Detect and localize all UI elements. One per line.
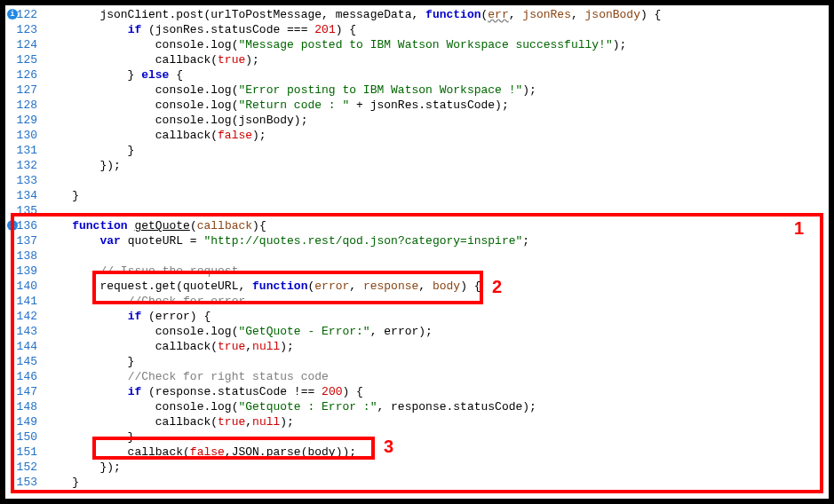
code-line[interactable]: 127 console.log("Error posting to IBM Wa… (5, 83, 829, 98)
code-content[interactable]: } (44, 143, 134, 158)
line-number: 142 (5, 309, 44, 324)
line-number: 136i (5, 218, 44, 233)
highlight-label-3: 3 (384, 437, 393, 457)
code-content[interactable]: request.get(quoteURL, function(error, re… (44, 279, 481, 294)
code-line[interactable]: 128 console.log("Return code : " + jsonR… (5, 98, 829, 113)
line-number: 133 (5, 173, 44, 188)
line-number: 141 (5, 294, 44, 309)
code-line[interactable]: 141 //Check for error (5, 294, 829, 309)
code-content[interactable]: console.log("Error posting to IBM Watson… (44, 83, 536, 98)
info-icon: i (7, 220, 18, 231)
code-line[interactable]: 124 console.log("Message posted to IBM W… (5, 37, 829, 52)
code-line[interactable]: 125 callback(true); (5, 52, 829, 67)
info-icon: i (7, 9, 18, 20)
line-number: 123 (5, 22, 44, 37)
code-content[interactable]: if (jsonRes.statusCode === 201) { (44, 22, 356, 37)
line-number: 134 (5, 188, 44, 203)
line-number: 148 (5, 399, 44, 414)
code-line[interactable]: 123 if (jsonRes.statusCode === 201) { (5, 22, 829, 37)
code-line[interactable]: 147 if (response.statusCode !== 200) { (5, 384, 829, 399)
code-content[interactable]: console.log(jsonBody); (44, 113, 307, 128)
line-number: 151 (5, 445, 44, 460)
code-line[interactable]: 130 callback(false); (5, 128, 829, 143)
code-content[interactable]: if (response.statusCode !== 200) { (44, 384, 363, 399)
line-number: 145 (5, 354, 44, 369)
code-line[interactable]: 137 var quoteURL = "http://quotes.rest/q… (5, 233, 829, 248)
line-number: 147 (5, 384, 44, 399)
line-number: 144 (5, 339, 44, 354)
code-line[interactable]: 143 console.log("GetQuote - Error:", err… (5, 324, 829, 339)
code-line[interactable]: 142 if (error) { (5, 309, 829, 324)
line-number: 143 (5, 324, 44, 339)
highlight-label-2: 2 (492, 277, 502, 297)
code-content[interactable]: }); (44, 460, 121, 475)
code-line[interactable]: 133 (5, 173, 829, 188)
code-line[interactable]: 150 } (5, 429, 829, 445)
line-number: 128 (5, 98, 44, 113)
line-number: 122i (5, 7, 44, 22)
code-content[interactable]: if (error) { (44, 309, 210, 324)
code-content[interactable]: //Check for error (44, 294, 245, 309)
code-content[interactable]: function getQuote(callback){ (44, 218, 266, 233)
code-content[interactable]: callback(true,null); (44, 339, 294, 354)
line-number: 137 (5, 233, 44, 248)
line-number: 124 (5, 37, 44, 52)
code-content[interactable]: jsonClient.post(urlToPostMessage, messag… (44, 7, 661, 22)
code-content[interactable]: var quoteURL = "http://quotes.rest/qod.j… (44, 233, 529, 248)
line-number: 132 (5, 158, 44, 173)
code-content[interactable]: callback(true); (44, 52, 259, 67)
line-number: 139 (5, 264, 44, 279)
line-number: 125 (5, 52, 44, 67)
code-content[interactable]: callback(false); (44, 128, 266, 143)
code-content[interactable]: console.log("Return code : " + jsonRes.s… (44, 98, 509, 113)
line-number: 149 (5, 414, 44, 429)
code-content[interactable]: callback(false,JSON.parse(body)); (44, 445, 356, 460)
code-line[interactable]: 146 //Check for right status code (5, 369, 829, 384)
code-content[interactable]: }); (44, 158, 121, 173)
code-content[interactable]: } (44, 475, 79, 490)
line-number: 126 (5, 67, 44, 83)
code-content[interactable]: console.log("Getquote : Error :", respon… (44, 399, 536, 414)
code-line[interactable]: 153 } (5, 475, 829, 490)
code-line[interactable]: 148 console.log("Getquote : Error :", re… (5, 399, 829, 414)
code-line[interactable]: 136i function getQuote(callback){ (5, 218, 829, 233)
code-content[interactable]: console.log("GetQuote - Error:", error); (44, 324, 433, 339)
code-line[interactable]: 140 request.get(quoteURL, function(error… (5, 279, 829, 294)
code-line[interactable]: 126 } else { (5, 67, 829, 83)
line-number: 127 (5, 83, 44, 98)
code-editor[interactable]: 122i jsonClient.post(urlToPostMessage, m… (5, 5, 829, 499)
code-line[interactable]: 145 } (5, 354, 829, 369)
code-content[interactable]: //Check for right status code (44, 369, 329, 384)
code-content[interactable]: } (44, 429, 134, 445)
line-number: 152 (5, 460, 44, 475)
code-line[interactable]: 132 }); (5, 158, 829, 173)
code-line[interactable]: 135 (5, 203, 829, 218)
code-line[interactable]: 138 (5, 248, 829, 264)
line-number: 130 (5, 128, 44, 143)
line-number: 129 (5, 113, 44, 128)
code-content[interactable]: } (44, 354, 134, 369)
code-content[interactable]: } else { (44, 67, 183, 83)
line-number: 150 (5, 429, 44, 445)
code-line[interactable]: 152 }); (5, 460, 829, 475)
code-content[interactable]: } (44, 188, 79, 203)
line-number: 153 (5, 475, 44, 490)
code-line[interactable]: 151 callback(false,JSON.parse(body)); (5, 445, 829, 460)
code-line[interactable]: 131 } (5, 143, 829, 158)
line-number: 135 (5, 203, 44, 218)
highlight-label-1: 1 (794, 218, 804, 239)
line-number: 131 (5, 143, 44, 158)
code-content[interactable]: console.log("Message posted to IBM Watso… (44, 37, 626, 52)
code-content[interactable]: callback(true,null); (44, 414, 294, 429)
code-line[interactable]: 144 callback(true,null); (5, 339, 829, 354)
line-number: 146 (5, 369, 44, 384)
code-line[interactable]: 134 } (5, 188, 829, 203)
line-number: 138 (5, 248, 44, 264)
code-line[interactable]: 139 // Issue the request (5, 264, 829, 279)
code-line[interactable]: 122i jsonClient.post(urlToPostMessage, m… (5, 7, 829, 22)
code-line[interactable]: 129 console.log(jsonBody); (5, 113, 829, 128)
line-number: 140 (5, 279, 44, 294)
code-line[interactable]: 149 callback(true,null); (5, 414, 829, 429)
code-content[interactable]: // Issue the request (44, 264, 238, 279)
